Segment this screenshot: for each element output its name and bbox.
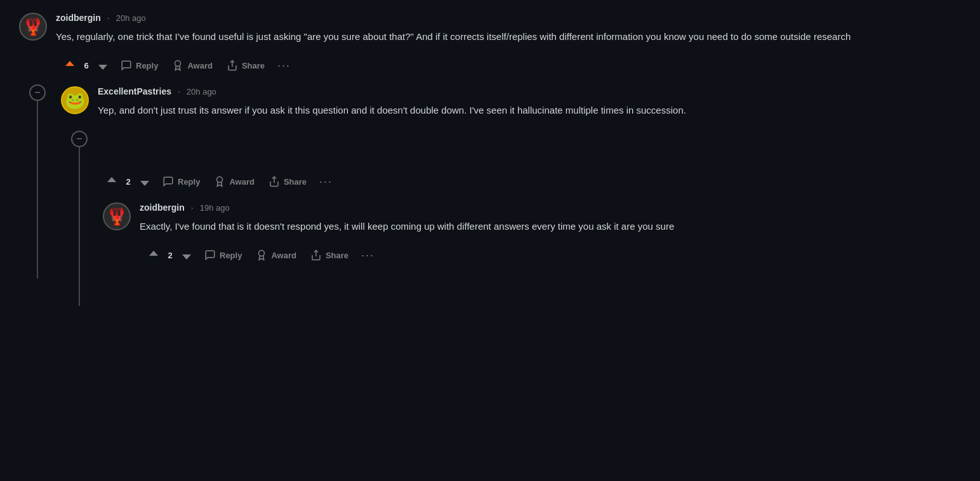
reply-button[interactable]: Reply [157,173,205,190]
svg-point-0 [175,61,181,67]
timestamp: 20h ago [116,13,146,23]
comment-body: Yes, regularly, one trick that I've foun… [56,29,958,44]
reply-button[interactable]: Reply [116,57,163,74]
upvote-button[interactable] [145,247,162,263]
upvote-button[interactable] [103,174,121,189]
reply-button[interactable]: Reply [199,247,247,263]
timestamp: 19h ago [200,203,230,213]
avatar: 🦞 [103,202,131,230]
vote-count: 6 [83,61,90,70]
comment-header: zoidbergin · 20h ago [56,13,958,23]
more-options-button[interactable]: ··· [274,58,295,74]
award-button[interactable]: Award [251,247,301,263]
collapse-button[interactable]: − [71,131,88,147]
more-options-button[interactable]: ··· [357,247,378,263]
username: zoidbergin [140,202,185,213]
downvote-button[interactable] [136,174,154,189]
action-bar: 6 Reply Award Shar [61,57,958,74]
action-bar: 2 Reply [145,247,958,263]
award-button[interactable]: Award [209,173,260,190]
username: zoidbergin [56,13,101,23]
comment-thread: 🦞 zoidbergin · 20h ago Yes, regularly, o… [19,13,958,306]
vote-group: 2 [103,174,154,189]
comment-header: zoidbergin · 19h ago [140,202,958,213]
comment-body: Yep, and don't just trust its answer if … [98,103,958,118]
comment-item: 🦞 zoidbergin · 20h ago Yes, regularly, o… [19,13,958,306]
award-button[interactable]: Award [167,57,218,74]
svg-point-2 [217,177,223,183]
vote-count: 2 [124,177,132,187]
collapse-button[interactable]: − [29,84,46,101]
share-button[interactable]: Share [222,57,270,74]
downvote-button[interactable] [94,58,112,73]
share-button[interactable]: Share [263,173,312,190]
upvote-button[interactable] [61,58,79,73]
vote-group: 2 [145,247,195,263]
svg-point-4 [259,251,265,256]
action-bar: 2 Reply Award [103,173,958,190]
avatar: 🦞 [19,13,47,41]
username: ExcellentPastries [98,86,171,96]
vote-group: 6 [61,58,112,73]
share-button[interactable]: Share [305,247,354,263]
downvote-button[interactable] [178,247,195,263]
more-options-button[interactable]: ··· [315,174,336,190]
avatar: 🐸 [61,86,89,114]
vote-count: 2 [166,251,174,260]
timestamp: 20h ago [187,87,216,96]
comment-header: ExcellentPastries · 20h ago [98,86,958,96]
comment-body: Exactly, I've found that is it doesn't r… [140,219,958,234]
